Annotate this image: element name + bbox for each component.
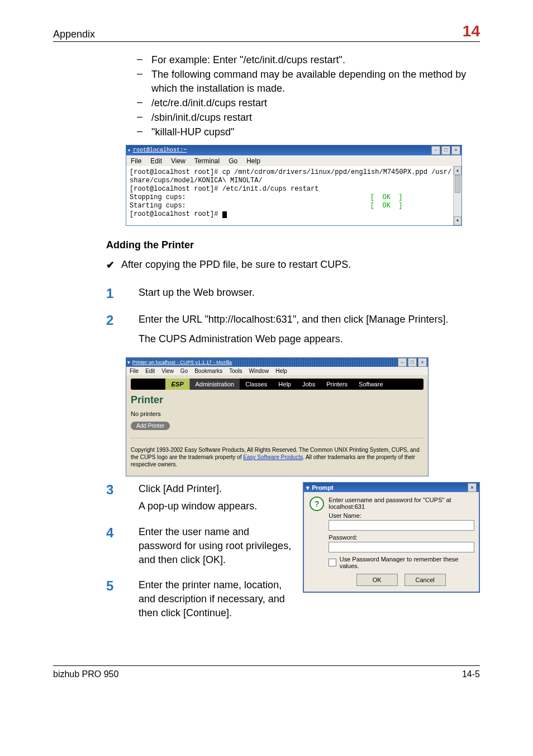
cancel-button[interactable]: Cancel bbox=[404, 574, 446, 586]
step-number: 5 bbox=[106, 578, 122, 594]
scroll-up-icon[interactable]: ▴ bbox=[454, 166, 461, 175]
menu-help[interactable]: Help bbox=[275, 368, 287, 374]
bullet-text: /sbin/init.d/cups restart bbox=[151, 111, 480, 124]
minimize-icon[interactable]: – bbox=[398, 358, 407, 367]
question-icon: ? bbox=[310, 497, 324, 511]
header-section: Appendix bbox=[53, 29, 95, 40]
password-input[interactable] bbox=[329, 542, 474, 552]
checkmark-icon: ✔ bbox=[106, 259, 115, 271]
menu-tools[interactable]: Tools bbox=[229, 368, 242, 374]
remember-checkbox[interactable] bbox=[329, 559, 336, 566]
copyright-text: Copyright 1993-2002 Easy Software Produc… bbox=[131, 446, 423, 468]
step-text: Enter the printer name, location, and de… bbox=[139, 578, 292, 621]
step-number: 3 bbox=[106, 482, 122, 498]
terminal-line: share/cups/model/KONICA\ MINOLTA/ bbox=[130, 177, 458, 185]
terminal-line: [root@localhost root]# bbox=[130, 210, 458, 219]
nav-tab-jobs[interactable]: Jobs bbox=[297, 379, 321, 390]
prompt-message: Enter username and password for "CUPS" a… bbox=[329, 497, 473, 510]
step-text: Click [Add Printer]. bbox=[139, 482, 292, 496]
step-number: 2 bbox=[106, 313, 122, 328]
nav-tab-help[interactable]: Help bbox=[273, 379, 297, 390]
bullet-dash: – bbox=[137, 53, 141, 65]
menu-terminal[interactable]: Terminal bbox=[194, 157, 220, 165]
maximize-icon[interactable]: □ bbox=[408, 358, 417, 367]
bullet-dash: – bbox=[137, 96, 141, 108]
footer-product: bizhub PRO 950 bbox=[53, 669, 118, 679]
scroll-thumb[interactable] bbox=[455, 175, 460, 193]
chevron-down-icon: ▾ bbox=[306, 484, 310, 492]
browser-menubar: File Edit View Go Bookmarks Tools Window… bbox=[126, 367, 428, 375]
add-printer-button[interactable]: Add Printer bbox=[131, 422, 170, 430]
terminal-window: ▾ root@localhost:~ – □ × File Edit View … bbox=[126, 145, 462, 226]
maximize-icon[interactable]: □ bbox=[441, 146, 450, 155]
menu-edit[interactable]: Edit bbox=[150, 157, 162, 165]
page-heading: Printer bbox=[131, 394, 423, 406]
nav-tab-esp[interactable]: ESP bbox=[165, 379, 189, 390]
dialog-title-text: Prompt bbox=[312, 484, 334, 491]
browser-window: ▾ Printer on localhost - CUPS v1.1.17 - … bbox=[126, 357, 429, 476]
window-controls: – □ × bbox=[398, 358, 427, 367]
scroll-down-icon[interactable]: ▾ bbox=[454, 216, 461, 225]
nav-tab-classes[interactable]: Classes bbox=[240, 379, 273, 390]
no-printers-text: No printers bbox=[131, 410, 423, 417]
menu-go[interactable]: Go bbox=[180, 368, 188, 374]
window-controls: – □ × bbox=[431, 146, 460, 155]
bullet-text: The following command may be available d… bbox=[151, 68, 480, 95]
menu-bookmarks[interactable]: Bookmarks bbox=[194, 368, 222, 374]
ok-button[interactable]: OK bbox=[356, 574, 398, 586]
scrollbar[interactable]: ▴ ▾ bbox=[453, 166, 461, 225]
nav-tab-software[interactable]: Software bbox=[353, 379, 388, 390]
step-number: 4 bbox=[106, 525, 122, 541]
step-text: Enter the user name and password for usi… bbox=[139, 525, 292, 568]
menu-help[interactable]: Help bbox=[246, 157, 260, 165]
menu-edit[interactable]: Edit bbox=[145, 368, 155, 374]
remember-label: Use Password Manager to remember these v… bbox=[340, 556, 473, 569]
header-page: 14 bbox=[463, 22, 480, 40]
menu-window[interactable]: Window bbox=[249, 368, 269, 374]
terminal-line: Starting cups:[ OK ] bbox=[130, 202, 458, 210]
copyright-link[interactable]: Easy Software Products bbox=[243, 454, 303, 460]
bullet-dash: – bbox=[137, 111, 141, 122]
close-icon[interactable]: × bbox=[468, 483, 477, 492]
close-icon[interactable]: × bbox=[451, 146, 460, 155]
nav-tab-printers[interactable]: Printers bbox=[321, 379, 353, 390]
password-label: Password: bbox=[329, 534, 473, 541]
bullet-text: For example: Enter "/etc/init.d/cups res… bbox=[151, 53, 480, 67]
nav-tab-administration[interactable]: Administration bbox=[190, 379, 240, 390]
terminal-line: [root@localhost root]# /etc/init.d/cups … bbox=[130, 185, 458, 193]
cups-nav: ESP Administration Classes Help Jobs Pri… bbox=[131, 379, 423, 390]
terminal-line: [root@localhost root]# cp /mnt/cdrom/dri… bbox=[130, 168, 458, 177]
step-text: The CUPS Administration Web page appears… bbox=[139, 332, 480, 346]
footer-page: 14-5 bbox=[462, 669, 480, 679]
step-text: A pop-up window appears. bbox=[139, 499, 292, 513]
close-icon[interactable]: × bbox=[418, 358, 427, 367]
browser-title-text: Printer on localhost - CUPS v1.1.17 - Mo… bbox=[132, 360, 232, 365]
username-input[interactable] bbox=[329, 520, 474, 531]
terminal-body[interactable]: ▴ ▾ [root@localhost root]# cp /mnt/cdrom… bbox=[126, 166, 461, 225]
menu-file[interactable]: File bbox=[131, 157, 141, 165]
chevron-down-icon: ▾ bbox=[127, 147, 131, 154]
terminal-titlebar: ▾ root@localhost:~ – □ × bbox=[126, 145, 461, 155]
terminal-line: Stopping cups:[ OK ] bbox=[130, 193, 458, 202]
chevron-down-icon: ▾ bbox=[127, 360, 130, 365]
minimize-icon[interactable]: – bbox=[431, 146, 440, 155]
dialog-titlebar: ▾ Prompt × bbox=[304, 483, 479, 492]
step-text: Enter the URL "http://localhost:631", an… bbox=[139, 313, 480, 327]
menu-file[interactable]: File bbox=[130, 368, 139, 374]
bullet-dash: – bbox=[137, 68, 141, 79]
bullet-text: /etc/re.d/init.d/cups restart bbox=[151, 96, 480, 110]
browser-titlebar: ▾ Printer on localhost - CUPS v1.1.17 - … bbox=[126, 358, 428, 367]
cursor-icon bbox=[222, 211, 227, 218]
username-label: User Name: bbox=[329, 512, 473, 519]
menu-view[interactable]: View bbox=[171, 157, 185, 165]
step-number: 1 bbox=[106, 286, 122, 301]
bullet-text: "killall-HUP cupsd" bbox=[151, 125, 480, 139]
terminal-menubar: File Edit View Terminal Go Help bbox=[126, 155, 461, 166]
menu-go[interactable]: Go bbox=[229, 157, 237, 165]
auth-prompt-dialog: ▾ Prompt × ? Enter username and password… bbox=[303, 482, 480, 593]
step-text: Start up the Web browser. bbox=[139, 286, 480, 300]
section-heading: Adding the Printer bbox=[106, 239, 480, 251]
terminal-title-text: root@localhost:~ bbox=[133, 147, 187, 153]
bullet-dash: – bbox=[137, 125, 141, 137]
menu-view[interactable]: View bbox=[161, 368, 174, 374]
